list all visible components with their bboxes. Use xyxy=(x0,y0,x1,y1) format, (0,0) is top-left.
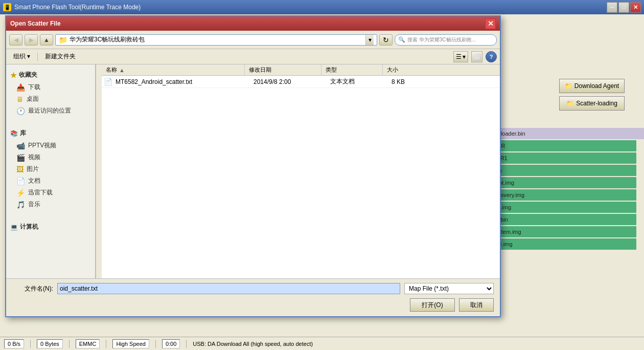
nav-item-thunder[interactable]: ⚡ 迅雷下载 xyxy=(6,187,95,199)
search-bar[interactable]: 🔍 搜索 华为荣耀3C畅玩线刷救... xyxy=(395,34,497,46)
progress-item: preloader.bin xyxy=(491,128,644,139)
library-icon: 📚 xyxy=(10,130,18,137)
nav-item-video[interactable]: 🎬 视频 xyxy=(6,151,95,163)
dialog-content: ★ 收藏夹 📥 下载 🖥 桌面 🕐 最近访问的位置 xyxy=(6,64,500,278)
progress-item: go.bin xyxy=(491,214,636,225)
filetype-container: Map File (*.txt) xyxy=(404,283,494,294)
filename-input[interactable] xyxy=(57,283,400,294)
dialog-bottom-bar: 文件名(N): Map File (*.txt) 打开(O) 取消 xyxy=(6,278,500,314)
path-dropdown[interactable]: ▾ xyxy=(365,34,374,46)
dialog-address-toolbar: ◀ ▶ ▲ 📁 华为荣耀3C畅玩线刷救砖包 ▾ ↻ 🔍 搜索 华为荣耀3C畅玩线… xyxy=(6,31,500,49)
cancel-button[interactable]: 取消 xyxy=(459,298,494,312)
path-text: 华为荣耀3C畅玩线刷救砖包 xyxy=(70,35,365,44)
search-icon: 🔍 xyxy=(398,36,405,43)
file-size: 8 KB xyxy=(392,78,443,85)
scatter-loading-button[interactable]: 📁 Scatter-loading xyxy=(559,96,625,111)
nav-item-downloads[interactable]: 📥 下载 xyxy=(6,81,95,93)
thunder-icon: ⚡ xyxy=(16,189,25,197)
new-folder-button[interactable]: 新建文件夹 xyxy=(41,51,80,62)
column-header-type[interactable]: 类型 xyxy=(321,64,383,75)
nav-section-label: 库 xyxy=(20,129,26,138)
action-row: 打开(O) 取消 xyxy=(12,298,494,312)
status-separator xyxy=(30,340,31,348)
progress-item: system.img xyxy=(491,226,636,237)
open-button[interactable]: 打开(O) xyxy=(410,298,455,312)
nav-item-label: 最近访问的位置 xyxy=(28,106,71,115)
nav-scrollbar[interactable] xyxy=(96,64,102,278)
file-date: 2014/9/8 2:00 xyxy=(254,78,330,85)
nav-section-favorites: ★ 收藏夹 📥 下载 🖥 桌面 🕐 最近访问的位置 xyxy=(6,69,95,117)
nav-item-desktop[interactable]: 🖥 桌面 xyxy=(6,93,95,105)
column-header-size[interactable]: 大小 xyxy=(383,64,434,75)
back-button[interactable]: ◀ xyxy=(9,34,22,46)
file-list-header: 名称 ▲ 修改日期 类型 大小 xyxy=(102,64,500,76)
forward-button[interactable]: ▶ xyxy=(25,34,38,46)
music-icon: 🎵 xyxy=(16,201,25,209)
column-header-date[interactable]: 修改日期 xyxy=(245,64,321,75)
download-agent-button[interactable]: 📁 Download Agent xyxy=(559,79,625,93)
status-bar: 0 B/s 0 Bytes EMMC High Speed 0:00 USB: … xyxy=(0,337,644,350)
refresh-button[interactable]: ↻ xyxy=(379,34,393,46)
file-name: MT6582_Android_scatter.txt xyxy=(116,78,254,85)
up-button[interactable]: ▲ xyxy=(40,34,53,46)
search-placeholder: 搜索 华为荣耀3C畅玩线刷救... xyxy=(407,36,476,43)
file-type: 文本文档 xyxy=(330,77,392,86)
app-icon: 📱 xyxy=(3,3,11,11)
main-titlebar: 📱 Smart Phone Flash Tool(Runtime Trace M… xyxy=(0,0,644,14)
nav-section-computer: 💻 计算机 xyxy=(6,221,95,233)
documents-icon: 📄 xyxy=(16,177,25,185)
preview-button[interactable]: ⬜ xyxy=(471,51,482,62)
status-bytes: 0 Bytes xyxy=(37,339,63,348)
nav-item-music[interactable]: 🎵 音乐 xyxy=(6,199,95,210)
nav-item-pptv[interactable]: 📹 PPTV视频 xyxy=(6,140,95,151)
toolbar-separator xyxy=(37,53,38,61)
star-icon: ★ xyxy=(10,71,17,79)
status-separator3 xyxy=(106,340,106,348)
nav-item-pictures[interactable]: 🖼 图片 xyxy=(6,163,95,175)
nav-item-label: PPTV视频 xyxy=(28,141,56,150)
status-separator4 xyxy=(155,340,156,348)
titlebar-buttons: ─ □ ✕ xyxy=(607,2,641,13)
close-button[interactable]: ✕ xyxy=(630,2,641,13)
path-bar: 📁 华为荣耀3C畅玩线刷救砖包 ▾ xyxy=(55,34,377,46)
progress-item: recovery.img xyxy=(491,189,636,201)
file-type-icon: 📄 xyxy=(104,78,112,86)
status-speed: 0 B/s xyxy=(4,339,24,348)
filetype-select[interactable]: Map File (*.txt) xyxy=(404,283,494,294)
view-button[interactable]: ☰ ▾ xyxy=(453,51,468,62)
file-row[interactable]: 📄 MT6582_Android_scatter.txt 2014/9/8 2:… xyxy=(102,76,500,88)
progress-item: .bin xyxy=(491,165,636,176)
app-title: Smart Phone Flash Tool(Runtime Trace Mod… xyxy=(14,4,607,11)
minimize-button[interactable]: ─ xyxy=(607,2,617,13)
progress-item: che.img xyxy=(491,238,636,250)
status-separator5 xyxy=(186,340,187,348)
status-time: 0:00 xyxy=(162,339,180,348)
file-open-dialog: Open Scatter File ✕ ◀ ▶ ▲ 📁 华为荣耀3C畅玩线刷救砖… xyxy=(5,15,501,317)
nav-spacer2 xyxy=(6,214,95,221)
main-window: 📱 Smart Phone Flash Tool(Runtime Trace M… xyxy=(0,0,644,350)
status-separator2 xyxy=(69,340,70,348)
video-icon: 🎬 xyxy=(16,154,25,162)
nav-item-label: 文档 xyxy=(28,177,40,185)
nav-item-label: 下载 xyxy=(28,83,40,92)
progress-area: preloader.bin MBR EBR1 .bin boot.img rec… xyxy=(491,128,644,251)
organize-button[interactable]: 组织 ▾ xyxy=(9,51,34,62)
maximize-button[interactable]: □ xyxy=(618,2,629,13)
progress-item: cro.img xyxy=(491,202,636,213)
nav-item-documents[interactable]: 📄 文档 xyxy=(6,175,95,187)
help-button[interactable]: ? xyxy=(486,51,497,62)
nav-item-recent[interactable]: 🕐 最近访问的位置 xyxy=(6,105,95,117)
nav-section-library-header: 📚 库 xyxy=(6,127,95,140)
file-list-area: 名称 ▲ 修改日期 类型 大小 📄 MT6582_Android_sca xyxy=(102,64,500,278)
status-mode: High Speed xyxy=(112,339,149,348)
dialog-close-button[interactable]: ✕ xyxy=(485,18,496,29)
view-icon: ☰ xyxy=(456,53,462,60)
folder-icon2: 📁 xyxy=(566,100,574,107)
status-storage: EMMC xyxy=(76,339,100,348)
nav-item-label: 迅雷下载 xyxy=(28,188,53,197)
nav-item-label: 桌面 xyxy=(27,95,39,103)
nav-spacer xyxy=(6,121,95,127)
filename-label: 文件名(N): xyxy=(12,285,53,293)
column-header-name[interactable]: 名称 ▲ xyxy=(102,64,245,75)
desktop-icon: 🖥 xyxy=(16,95,24,103)
